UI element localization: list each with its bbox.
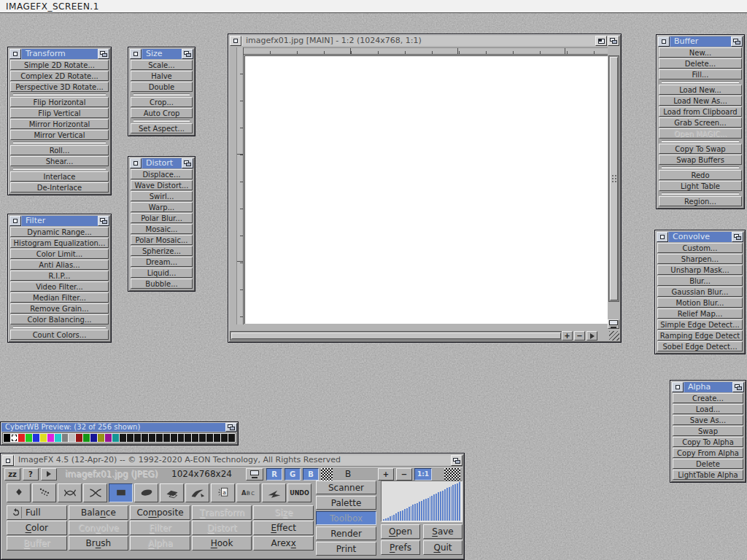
size-button-halve[interactable]: Halve: [131, 71, 193, 81]
close-icon[interactable]: [130, 49, 142, 59]
box-tool-icon[interactable]: [109, 483, 133, 502]
palette-swatch-25[interactable]: [185, 434, 191, 442]
horizontal-scrollbar[interactable]: [230, 331, 573, 341]
palette-swatch-8[interactable]: [62, 434, 69, 442]
zoom-one-to-one-button[interactable]: 1:1: [414, 468, 432, 481]
convolve-button-unsharp-mask[interactable]: Unsharp Mask...: [657, 265, 743, 275]
alpha-button-save-as[interactable]: Save As...: [673, 415, 743, 425]
action-button-save[interactable]: Save: [423, 524, 462, 539]
transform-button-flip-horizontal[interactable]: Flip Horizontal: [10, 97, 109, 107]
buffer-button-load-new-as[interactable]: Load New As...: [659, 96, 742, 106]
side-button-palette[interactable]: Palette: [316, 496, 376, 510]
depth-icon[interactable]: [182, 158, 193, 168]
palette-swatch-11[interactable]: [83, 434, 90, 442]
main-window-titlebar[interactable]: imagefx01.jpg [MAIN] - 1:2 (1024x768, 1:…: [230, 36, 619, 46]
distort-button-mosaic[interactable]: Mosaic...: [131, 224, 193, 234]
transform-button-simple-2d-rotate[interactable]: Simple 2D Rotate...: [10, 60, 109, 70]
filter-button-r-i-p[interactable]: R.I.P...: [10, 271, 109, 281]
zoom-in-button[interactable]: +: [562, 331, 573, 341]
palette-swatch-21[interactable]: [156, 434, 163, 442]
palette-swatch-28[interactable]: [206, 434, 213, 442]
palette-swatch-20[interactable]: [149, 434, 155, 442]
help-button[interactable]: ?: [23, 468, 39, 481]
horizontal-scrollbar-thumb[interactable]: [231, 332, 561, 339]
palette-swatch-23[interactable]: [171, 434, 177, 442]
filter-button-color-limit[interactable]: Color Limit...: [10, 249, 109, 259]
monitor-button[interactable]: [246, 468, 263, 481]
distort-button-bubble[interactable]: Bubble...: [131, 279, 193, 289]
palette-swatch-0[interactable]: [4, 434, 10, 442]
depth-icon[interactable]: [98, 216, 109, 226]
grid-button-composite[interactable]: Composite: [130, 505, 190, 520]
undo-tool-button[interactable]: UNDO: [287, 483, 311, 502]
filter-button-remove-grain[interactable]: Remove Grain...: [10, 303, 109, 314]
convolve-button-motion-blur[interactable]: Motion Blur...: [657, 298, 743, 308]
channel-g-button[interactable]: G: [285, 468, 301, 481]
palette-swatch-18[interactable]: [134, 434, 141, 442]
buffer-button-fill[interactable]: Fill...: [659, 69, 742, 79]
panel-titlebar[interactable]: Alpha: [672, 382, 744, 392]
buffer-button-swap-buffers[interactable]: Swap Buffers: [659, 155, 742, 165]
palette-swatch-14[interactable]: [105, 434, 112, 442]
palette-swatch-22[interactable]: [163, 434, 170, 442]
transform-button-roll[interactable]: Roll...: [10, 145, 109, 155]
palette-swatch-24[interactable]: [178, 434, 185, 442]
transform-button-complex-2d-rotate[interactable]: Complex 2D Rotate...: [10, 71, 109, 81]
grid-button-brush[interactable]: Brush: [69, 536, 129, 551]
filter-button-histogram-equalization[interactable]: Histogram Equalization...: [10, 238, 109, 248]
grid-button-filter[interactable]: Filter: [130, 521, 190, 535]
grid-button-balance[interactable]: Balance: [69, 505, 129, 520]
resize-corner[interactable]: [609, 331, 619, 341]
curve-cut-tool-icon[interactable]: [83, 483, 107, 502]
palette-swatch-5[interactable]: [40, 434, 47, 442]
close-icon[interactable]: [672, 382, 684, 392]
side-button-scanner[interactable]: Scanner: [316, 481, 376, 494]
close-icon[interactable]: [9, 49, 21, 59]
buffer-button-light-table[interactable]: Light Table: [659, 181, 742, 191]
palette-titlebar[interactable]: CyberWB Preview: (32 of 256 shown): [1, 423, 237, 432]
palette-swatch-27[interactable]: [199, 434, 206, 442]
clone-tool-icon[interactable]: a: [211, 483, 235, 502]
grid-button-size[interactable]: Size: [253, 505, 314, 520]
zoom-in-button[interactable]: +: [378, 468, 394, 481]
convolve-button-sharpen[interactable]: Sharpen...: [657, 254, 743, 264]
alpha-button-swap[interactable]: Swap: [673, 426, 743, 436]
side-button-print[interactable]: Print: [316, 542, 376, 556]
vertical-scrollbar-thumb[interactable]: [610, 57, 618, 300]
convolve-button-simple-edge-detect[interactable]: Simple Edge Detect...: [657, 319, 743, 330]
grid-button-color[interactable]: Color: [7, 521, 67, 535]
palette-swatch-30[interactable]: [221, 434, 228, 442]
transform-button-mirror-vertical[interactable]: Mirror Vertical: [10, 130, 109, 140]
distort-button-warp[interactable]: Warp...: [131, 202, 193, 212]
action-button-prefs[interactable]: Prefs: [381, 540, 420, 555]
transform-button-flip-vertical[interactable]: Flip Vertical: [10, 108, 109, 118]
transform-button-shear[interactable]: Shear...: [10, 156, 109, 166]
filter-button-video-filter[interactable]: Video Filter...: [10, 281, 109, 292]
convolve-button-ramping-edge-detect[interactable]: Ramping Edge Detect: [657, 330, 743, 341]
buffer-button-new[interactable]: New...: [659, 47, 742, 58]
grid-button-alpha[interactable]: Alpha: [130, 536, 190, 551]
alpha-button-create[interactable]: Create...: [673, 393, 743, 403]
palette-swatch-6[interactable]: [47, 434, 54, 442]
image-canvas[interactable]: [244, 55, 608, 324]
close-icon[interactable]: [2, 455, 14, 466]
distort-button-liquid[interactable]: Liquid...: [131, 268, 193, 278]
palette-swatch-17[interactable]: [127, 434, 133, 442]
buffer-button-load-from-clipboard[interactable]: Load from Clipboard: [659, 106, 742, 117]
filter-button-color-balancing[interactable]: Color Balancing...: [10, 314, 109, 324]
alpha-checker-icon[interactable]: [321, 468, 333, 481]
palette-swatch-7[interactable]: [55, 434, 61, 442]
screen-titlebar[interactable]: IMAGEFX_SCREEN.1: [0, 0, 747, 13]
channel-b-button[interactable]: B: [303, 468, 319, 481]
close-icon[interactable]: [658, 36, 670, 47]
close-icon[interactable]: [130, 158, 142, 168]
sleep-button[interactable]: zz: [4, 468, 20, 481]
channel-r-button[interactable]: R: [266, 468, 282, 481]
palette-swatch-9[interactable]: [69, 434, 75, 442]
screen-preview-button[interactable]: [608, 319, 619, 329]
grid-button-transform[interactable]: Transform: [192, 505, 252, 520]
transform-button-mirror-horizontal[interactable]: Mirror Horizontal: [10, 119, 109, 129]
buffer-button-delete[interactable]: Delete...: [659, 58, 742, 69]
toolbar-titlebar[interactable]: ImageFX 4.5 (12-Apr-20) -- © 1992-2020 A…: [2, 455, 462, 466]
panel-titlebar[interactable]: Convolve: [657, 232, 743, 242]
